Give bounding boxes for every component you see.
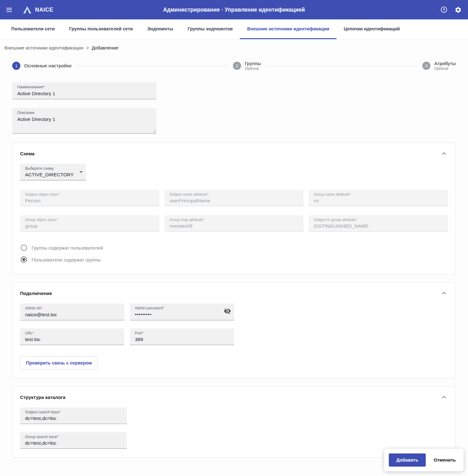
group-search-base-field[interactable]: Group search base* xyxy=(20,432,127,449)
required-asterisk: * xyxy=(33,331,34,335)
admin-dn-field[interactable]: Admin dn* xyxy=(20,303,124,320)
admin-dn-input[interactable] xyxy=(25,311,119,318)
breadcrumb-parent-link[interactable]: Внешние источники идентификации xyxy=(4,45,83,50)
breadcrumb-current: Добавление xyxy=(92,45,118,50)
schema-card-title: Схема xyxy=(20,151,34,156)
url-input[interactable] xyxy=(25,336,119,343)
menu-button[interactable] xyxy=(4,4,14,15)
step-3-label: Атрибуты xyxy=(434,60,456,66)
schema-fields-grid: Subject object class* Person Subject nam… xyxy=(20,190,448,232)
url-label: URL* xyxy=(25,331,119,336)
breadcrumb: Внешние источники идентификации > Добавл… xyxy=(0,39,468,53)
toggle-password-visibility-button[interactable] xyxy=(223,306,232,317)
tab-network-user-groups[interactable]: Группы пользователей сети xyxy=(62,19,140,39)
name-label: Наименование* xyxy=(17,85,152,90)
subject-name-attribute-value: userPrincipalName xyxy=(169,197,299,204)
main-content: 1 Основные настройки 2 Группы Optional 3… xyxy=(0,60,468,476)
description-input[interactable]: Active Directory 1 xyxy=(17,115,152,130)
schema-collapse-button[interactable] xyxy=(440,150,448,158)
step-1-circle: 1 xyxy=(12,62,20,70)
stepper-connector xyxy=(266,66,417,66)
app-bar: NAICE Администрирование · Управление иде… xyxy=(0,0,468,19)
step-3-attributes[interactable]: 3 Атрибуты Optional xyxy=(422,60,456,71)
group-name-attribute-label: Group name attribute* xyxy=(314,192,443,197)
directory-collapse-button[interactable] xyxy=(440,393,448,401)
url-field[interactable]: URL* xyxy=(20,329,124,345)
admin-password-label: Admin password* xyxy=(135,306,229,311)
group-map-attribute-field: Group map attribute* memberOf xyxy=(164,215,304,232)
cancel-button[interactable]: Отменить xyxy=(430,453,459,467)
required-asterisk: * xyxy=(57,435,59,439)
help-icon: ? xyxy=(441,7,447,13)
tab-endpoints[interactable]: Эндпоинты xyxy=(140,19,180,39)
description-label: Описание xyxy=(17,110,152,115)
admin-password-input[interactable] xyxy=(135,311,229,317)
subject-search-base-field[interactable]: Subject search base* xyxy=(20,407,127,424)
step-2-label: Группы xyxy=(245,60,261,66)
hamburger-icon xyxy=(6,7,12,13)
description-field[interactable]: Описание Active Directory 1 xyxy=(12,108,157,134)
port-label: Port* xyxy=(135,331,229,336)
stepper: 1 Основные настройки 2 Группы Optional 3… xyxy=(12,60,456,71)
subject-name-attribute-label: Subject name attribute* xyxy=(169,192,299,197)
group-map-attribute-label: Group map attribute* xyxy=(169,217,299,222)
subject-search-base-label: Subject search base* xyxy=(25,410,122,415)
add-button[interactable]: Добавить xyxy=(389,453,426,467)
tab-identity-chains[interactable]: Цепочки идентификаций xyxy=(337,19,407,39)
connection-card: Подключение Admin dn* Admin password* xyxy=(12,282,456,378)
resize-handle-icon[interactable] xyxy=(153,130,156,133)
subject-in-group-attribute-value: DISTINGUISHED_NAME xyxy=(314,222,443,229)
app-bar-right: ? xyxy=(438,4,464,16)
step-1-basic-settings[interactable]: 1 Основные настройки xyxy=(12,62,71,70)
group-search-base-label: Group search base* xyxy=(25,434,122,439)
stepper-connector xyxy=(76,66,228,66)
radio-groups-contain-users-label: Группы содержат пользователей xyxy=(32,245,103,251)
subject-object-class-value: Person xyxy=(25,197,154,204)
gear-icon xyxy=(455,6,462,13)
chevron-up-icon xyxy=(442,292,446,296)
group-object-class-label: Group object class* xyxy=(25,217,154,222)
tab-endpoint-groups[interactable]: Группы эндпоинтов xyxy=(180,19,240,39)
schema-select[interactable]: Выберите схему ACTIVE_DIRECTORY xyxy=(20,164,86,180)
admin-password-field[interactable]: Admin password* xyxy=(130,303,234,320)
test-connection-button[interactable]: Проверить связь с сервером xyxy=(20,356,98,370)
settings-button[interactable] xyxy=(452,4,464,16)
subject-in-group-attribute-label: Subject in group attribute* xyxy=(314,217,443,222)
subject-name-attribute-field: Subject name attribute* userPrincipalNam… xyxy=(164,190,304,206)
port-input[interactable] xyxy=(135,336,229,343)
help-button[interactable]: ? xyxy=(438,4,450,15)
required-asterisk: * xyxy=(59,410,61,414)
tab-network-users[interactable]: Пользователи сети xyxy=(4,19,62,39)
tab-bar: Пользователи сети Группы пользователей с… xyxy=(0,19,468,39)
dropdown-arrow-icon xyxy=(80,171,83,173)
subject-object-class-label: Subject object class* xyxy=(25,192,154,197)
naice-logo-icon xyxy=(23,6,32,14)
visibility-off-icon xyxy=(224,308,231,315)
name-field[interactable]: Наименование* xyxy=(12,82,157,99)
group-object-class-field: Group object class* group xyxy=(20,215,159,232)
group-object-class-value: group xyxy=(25,222,154,229)
group-search-base-input[interactable] xyxy=(25,439,122,446)
subject-search-base-input[interactable] xyxy=(25,415,122,422)
group-name-attribute-field: Group name attribute* cn xyxy=(309,190,448,206)
action-bar: Добавить Отменить xyxy=(384,449,464,471)
port-field[interactable]: Port* xyxy=(130,329,234,345)
brand-name: NAICE xyxy=(35,7,54,13)
required-asterisk: * xyxy=(163,306,164,310)
step-2-circle: 2 xyxy=(233,62,241,70)
tab-external-identity-sources[interactable]: Внешние источники идентификации xyxy=(240,19,336,39)
radio-users-contain-groups: Пользователи содержат группы xyxy=(20,254,448,266)
radio-checked-icon xyxy=(21,256,27,263)
chevron-up-icon xyxy=(442,396,446,400)
connection-collapse-button[interactable] xyxy=(440,289,448,297)
schema-card: Схема Выберите схему ACTIVE_DIRECTORY Su… xyxy=(12,142,456,275)
schema-select-value: ACTIVE_DIRECTORY xyxy=(25,171,81,178)
schema-select-label: Выберите схему xyxy=(25,166,81,171)
chevron-up-icon xyxy=(442,152,446,156)
name-input[interactable] xyxy=(17,90,152,97)
subject-object-class-field: Subject object class* Person xyxy=(20,190,159,206)
step-2-groups[interactable]: 2 Группы Optional xyxy=(233,60,261,71)
admin-dn-label: Admin dn* xyxy=(25,306,119,311)
step-2-sublabel: Optional xyxy=(245,66,261,71)
radio-users-contain-groups-label: Пользователи содержат группы xyxy=(32,257,100,262)
